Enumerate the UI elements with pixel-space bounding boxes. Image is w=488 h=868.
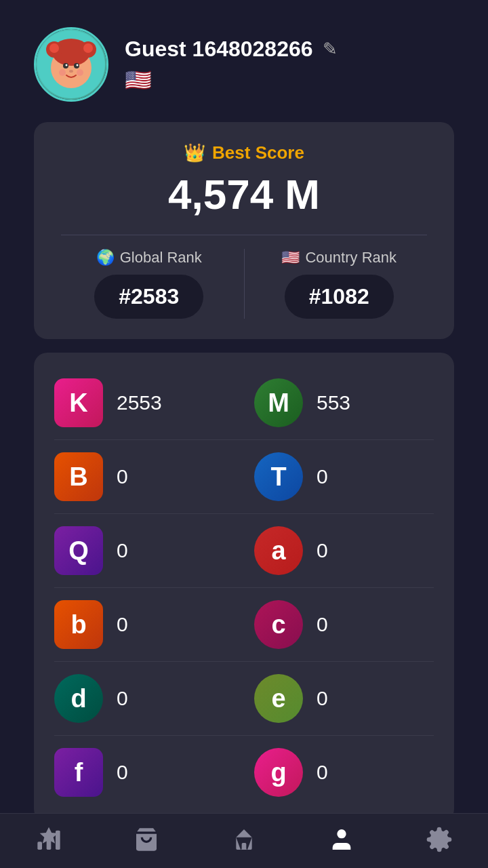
global-icon: 🌍 xyxy=(96,249,115,267)
mode-icon-left: b xyxy=(54,600,103,649)
mode-score-right: 553 xyxy=(317,391,350,414)
svg-rect-14 xyxy=(37,842,42,850)
mode-score-right: 0 xyxy=(317,465,328,488)
mode-icon-right: e xyxy=(254,674,303,723)
score-divider xyxy=(61,235,427,235)
edit-profile-button[interactable]: ✎ xyxy=(323,39,338,60)
svg-point-5 xyxy=(49,43,59,53)
mode-score-right: 0 xyxy=(317,613,328,636)
svg-point-13 xyxy=(77,69,83,76)
rank-row: 🌍 Global Rank #2583 🇺🇸 Country Rank #108… xyxy=(61,249,427,319)
game-half-right: g 0 xyxy=(234,748,434,797)
mode-icon-right: a xyxy=(254,526,303,575)
mode-score-left: 0 xyxy=(117,613,128,636)
mode-icon-left: f xyxy=(54,748,103,797)
country-icon: 🇺🇸 xyxy=(281,249,300,267)
mode-icon-left: B xyxy=(54,452,103,501)
rank-column-divider xyxy=(244,249,245,319)
svg-point-6 xyxy=(83,43,93,53)
global-rank-col: 🌍 Global Rank #2583 xyxy=(61,249,237,319)
profile-username: Guest 1648028266 xyxy=(125,37,313,62)
mode-score-left: 0 xyxy=(117,539,128,562)
svg-point-9 xyxy=(66,64,68,66)
country-rank-label: 🇺🇸 Country Rank xyxy=(281,249,396,267)
game-half-right: c 0 xyxy=(234,600,434,649)
mode-score-right: 0 xyxy=(317,539,328,562)
global-rank-value: #2583 xyxy=(94,275,203,319)
game-half-left: d 0 xyxy=(54,674,234,723)
profile-section: Guest 1648028266 ✎ 🇺🇸 xyxy=(0,0,488,115)
game-half-right: T 0 xyxy=(234,452,434,501)
svg-point-12 xyxy=(59,69,66,76)
mode-score-right: 0 xyxy=(317,761,328,784)
mode-icon-left: Q xyxy=(54,526,103,575)
mode-icon-right: M xyxy=(254,378,303,427)
score-card: 👑 Best Score 4,574 M 🌍 Global Rank #2583… xyxy=(34,122,454,339)
game-half-right: e 0 xyxy=(234,674,434,723)
profile-name-row: Guest 1648028266 ✎ xyxy=(125,37,338,62)
game-half-right: a 0 xyxy=(234,526,434,575)
best-score-label: 👑 Best Score xyxy=(61,142,427,163)
game-half-left: B 0 xyxy=(54,452,234,501)
mode-icon-left: K xyxy=(54,378,103,427)
game-row[interactable]: Q 0 a 0 xyxy=(54,514,434,588)
profile-flag: 🇺🇸 xyxy=(125,67,338,93)
svg-point-19 xyxy=(337,829,346,838)
mode-icon-right: c xyxy=(254,600,303,649)
country-rank-value: #1082 xyxy=(285,275,394,319)
game-modes-card: K 2553 M 553 B 0 T 0 Q 0 a 0 b 0 c xyxy=(34,353,454,823)
game-row[interactable]: b 0 c 0 xyxy=(54,588,434,662)
game-row[interactable]: B 0 T 0 xyxy=(54,440,434,514)
nav-item-profile[interactable] xyxy=(328,826,355,853)
game-row[interactable]: K 2553 M 553 xyxy=(54,366,434,440)
game-half-left: K 2553 xyxy=(54,378,234,427)
mode-icon-left: d xyxy=(54,674,103,723)
best-score-value: 4,574 M xyxy=(61,170,427,218)
mode-score-left: 0 xyxy=(117,761,128,784)
game-half-left: f 0 xyxy=(54,748,234,797)
game-half-left: Q 0 xyxy=(54,526,234,575)
mode-icon-right: T xyxy=(254,452,303,501)
profile-info: Guest 1648028266 ✎ 🇺🇸 xyxy=(125,37,338,93)
svg-point-10 xyxy=(77,64,79,66)
mode-score-left: 0 xyxy=(117,465,128,488)
game-row[interactable]: d 0 e 0 xyxy=(54,662,434,736)
mode-icon-right: g xyxy=(254,748,303,797)
nav-item-shop[interactable] xyxy=(133,826,160,853)
nav-item-home[interactable] xyxy=(230,826,258,853)
game-half-right: M 553 xyxy=(234,378,434,427)
avatar-image xyxy=(36,29,106,100)
game-half-left: b 0 xyxy=(54,600,234,649)
country-rank-col: 🇺🇸 Country Rank #1082 xyxy=(251,249,428,319)
bottom-nav xyxy=(0,813,488,868)
avatar xyxy=(34,27,108,102)
nav-item-leaderboard[interactable] xyxy=(35,826,62,853)
mode-score-left: 0 xyxy=(117,687,128,710)
svg-point-11 xyxy=(69,70,73,73)
mode-score-right: 0 xyxy=(317,687,328,710)
crown-icon: 👑 xyxy=(184,142,205,163)
game-row[interactable]: f 0 g 0 xyxy=(54,736,434,809)
global-rank-label: 🌍 Global Rank xyxy=(96,249,202,267)
mode-score-left: 2553 xyxy=(117,391,162,414)
nav-item-settings[interactable] xyxy=(426,826,453,853)
